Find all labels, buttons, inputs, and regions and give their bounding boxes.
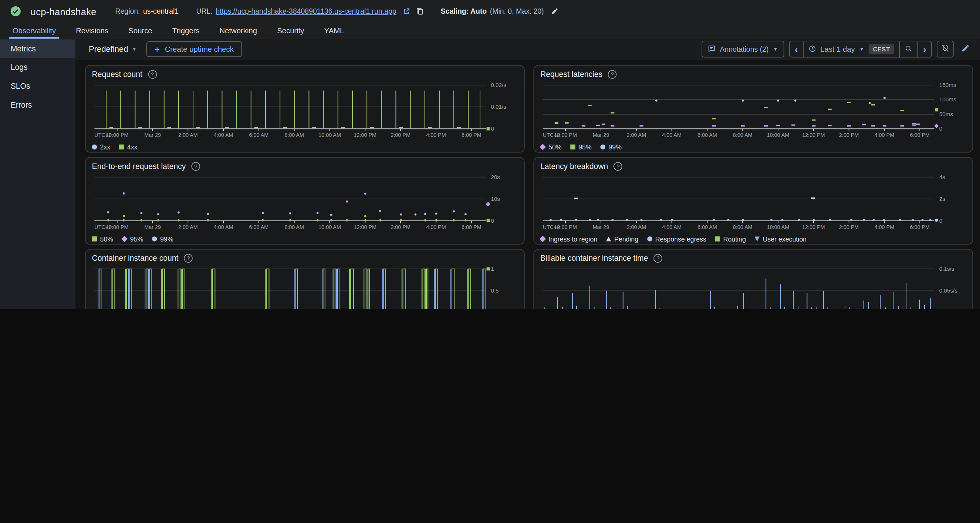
svg-text:4:00 PM: 4:00 PM <box>875 224 894 230</box>
chart-plot[interactable]: 4s2s0UTC+210:00 PMMar 292:00 AM4:00 AM6:… <box>540 172 966 235</box>
chart-title-row: Billable container instance time ? <box>540 252 966 264</box>
create-uptime-check-button[interactable]: + Create uptime check <box>146 41 242 57</box>
svg-text:0: 0 <box>491 126 494 132</box>
time-range-control: ‹ Last 1 day ▼ CEST <box>789 41 932 58</box>
svg-text:0.01/s: 0.01/s <box>491 103 506 110</box>
sidebar-item-logs[interactable]: Logs <box>0 58 76 77</box>
svg-text:0.5: 0.5 <box>491 288 498 294</box>
legend-item[interactable]: 4xx <box>119 143 138 151</box>
svg-text:6:00 AM: 6:00 AM <box>249 132 269 138</box>
svg-text:8:00 AM: 8:00 AM <box>285 224 304 230</box>
legend-item[interactable]: Routing <box>715 235 746 243</box>
chart-canvas: 0.1s/s0.05s/s0UTC+210:00 PMMar 292:00 AM… <box>540 264 962 309</box>
svg-text:Mar 29: Mar 29 <box>144 224 161 230</box>
svg-text:2:00 PM: 2:00 PM <box>839 132 859 138</box>
help-icon[interactable]: ? <box>608 70 617 79</box>
time-forward-button[interactable]: › <box>918 41 931 57</box>
legend-item[interactable]: 99% <box>152 235 173 243</box>
chart-title-row: Container instance count ? <box>92 252 518 264</box>
chart-plot[interactable]: 0.02/s0.01/s0UTC+210:00 PMMar 292:00 AM4… <box>92 80 518 142</box>
legend-item[interactable]: Ingress to region <box>540 235 597 243</box>
legend-item[interactable]: User execution <box>755 235 807 243</box>
tri-down-marker-icon <box>755 236 760 242</box>
chart-canvas: 10.50UTC+210:00 PMMar 292:00 AM4:00 AM6:… <box>92 264 514 309</box>
tab-triggers[interactable]: Triggers <box>162 22 210 39</box>
svg-text:150ms: 150ms <box>939 82 956 88</box>
chart-title: Request count <box>92 70 142 79</box>
legend-item[interactable]: 50% <box>92 235 113 243</box>
annotations-dropdown[interactable]: Annotations (2) ▼ <box>702 41 784 58</box>
legend-item[interactable]: 99% <box>600 143 622 151</box>
chart-legend: 50%95%99% <box>540 143 966 152</box>
chart-plot[interactable]: 150ms100ms50ms0UTC+210:00 PMMar 292:00 A… <box>540 80 966 142</box>
square-marker-icon <box>92 236 97 242</box>
chart-title-row: Request count ? <box>92 68 518 80</box>
time-back-button[interactable]: ‹ <box>790 41 803 57</box>
edit-dashboard-button[interactable] <box>959 42 972 56</box>
edit-scaling-icon[interactable] <box>550 7 558 15</box>
diamond-marker-icon <box>539 144 546 150</box>
chart-title: Latency breakdown <box>540 162 608 170</box>
help-icon[interactable]: ? <box>614 162 623 170</box>
svg-text:12:00 PM: 12:00 PM <box>354 224 377 230</box>
help-icon[interactable]: ? <box>184 254 193 262</box>
legend-item[interactable]: 95% <box>122 235 143 243</box>
tab-source[interactable]: Source <box>118 22 162 39</box>
sidebar-item-slos[interactable]: SLOs <box>0 77 76 96</box>
chart-plot[interactable]: 20s10s0UTC+210:00 PMMar 292:00 AM4:00 AM… <box>92 172 518 235</box>
help-icon[interactable]: ? <box>654 254 663 262</box>
chart-plot[interactable]: 10.50UTC+210:00 PMMar 292:00 AM4:00 AM6:… <box>92 264 518 309</box>
predefined-dropdown[interactable]: Predefined ▼ <box>89 45 137 54</box>
tab-revisions[interactable]: Revisions <box>66 22 118 39</box>
svg-text:10:00 PM: 10:00 PM <box>554 132 576 138</box>
time-range-dropdown[interactable]: Last 1 day ▼ CEST <box>803 41 899 57</box>
legend-item[interactable]: 95% <box>570 143 592 151</box>
help-icon[interactable]: ? <box>148 70 157 79</box>
tab-networking[interactable]: Networking <box>209 22 267 39</box>
tab-yaml[interactable]: YAML <box>314 22 354 39</box>
page-title: ucp-handshake <box>31 6 97 17</box>
metrics-main: Predefined ▼ + Create uptime check Annot… <box>76 40 980 309</box>
tab-security[interactable]: Security <box>267 22 314 39</box>
chart-title: Billable container instance time <box>540 254 648 262</box>
create-uptime-check-label: Create uptime check <box>165 45 234 54</box>
legend-item[interactable]: 50% <box>540 143 562 151</box>
legend-item[interactable]: 2xx <box>92 143 111 151</box>
service-healthy-icon <box>10 6 21 17</box>
external-link-icon[interactable] <box>403 8 409 14</box>
svg-text:0: 0 <box>939 218 942 224</box>
svg-text:12:00 PM: 12:00 PM <box>802 224 825 230</box>
chart-canvas: 0.02/s0.01/s0UTC+210:00 PMMar 292:00 AM4… <box>92 80 514 142</box>
region-label: Region: <box>115 7 140 15</box>
svg-text:2:00 PM: 2:00 PM <box>391 224 410 230</box>
chart-legend: 50%95%99% <box>92 235 518 243</box>
legend-item[interactable]: Response egress <box>647 235 706 243</box>
svg-text:6:00 AM: 6:00 AM <box>697 132 717 138</box>
svg-text:4:00 AM: 4:00 AM <box>662 132 682 138</box>
chart-title-row: Request latencies ? <box>540 68 966 80</box>
sidebar-item-errors[interactable]: Errors <box>0 96 76 114</box>
svg-text:4:00 PM: 4:00 PM <box>426 132 445 138</box>
tri-up-marker-icon <box>606 236 611 242</box>
tab-observability[interactable]: Observability <box>3 22 66 39</box>
clock-icon <box>808 44 816 55</box>
cloud-run-service-page: ucp-handshake Region: us-central1 URL: h… <box>0 0 980 309</box>
sidebar-item-metrics[interactable]: Metrics <box>0 40 76 59</box>
chart-plot[interactable]: 0.1s/s0.05s/s0UTC+210:00 PMMar 292:00 AM… <box>540 264 966 309</box>
legend-label: 50% <box>549 143 562 151</box>
annotation-icon <box>708 45 715 54</box>
help-icon[interactable]: ? <box>192 162 200 170</box>
svg-text:6:00 AM: 6:00 AM <box>697 224 717 230</box>
service-url-link[interactable]: https://ucp-handshake-38408901136.us-cen… <box>216 7 396 15</box>
snap-to-data-toggle[interactable] <box>937 41 954 58</box>
svg-text:0: 0 <box>939 126 942 132</box>
svg-text:2:00 PM: 2:00 PM <box>839 224 859 230</box>
zoom-search-button[interactable] <box>899 41 918 57</box>
legend-item[interactable]: Pending <box>606 235 638 243</box>
svg-text:4:00 AM: 4:00 AM <box>662 224 682 230</box>
legend-label: 99% <box>608 143 622 151</box>
copy-url-icon[interactable] <box>417 7 423 15</box>
svg-text:12:00 PM: 12:00 PM <box>354 132 377 138</box>
svg-text:20s: 20s <box>491 174 500 180</box>
chart-title-row: Latency breakdown ? <box>540 160 966 172</box>
